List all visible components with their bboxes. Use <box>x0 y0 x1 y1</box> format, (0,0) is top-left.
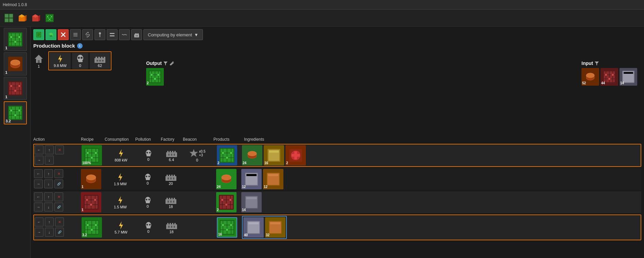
info-icon[interactable]: i <box>77 43 83 49</box>
svg-point-256 <box>146 224 148 226</box>
action-up-2[interactable]: ↑ <box>44 169 53 178</box>
row2-ing-2[interactable]: 12 <box>263 169 283 189</box>
row1-beacon-multiplier: x0.5 <box>199 150 206 153</box>
link-btn[interactable] <box>82 29 93 40</box>
action-close-3[interactable]: ✕ <box>54 192 63 201</box>
action-close-4[interactable]: ✕ <box>55 218 64 226</box>
factory-btn[interactable] <box>131 29 142 40</box>
svg-marker-82 <box>58 55 62 63</box>
svg-rect-74 <box>135 33 136 34</box>
input-section: Input 52 <box>581 61 637 86</box>
action-link-3[interactable]: 🔗 <box>54 203 63 211</box>
grid-toolbar-icon[interactable] <box>3 12 15 24</box>
output-filter-icon[interactable] <box>163 61 168 66</box>
svg-point-178 <box>86 175 96 180</box>
close-btn[interactable] <box>58 29 69 40</box>
svg-point-106 <box>151 74 153 76</box>
input-filter-icon[interactable] <box>594 61 599 66</box>
input-item-1-count: 52 <box>582 81 586 85</box>
computing-dropdown[interactable]: Computing by element ▼ <box>143 29 203 40</box>
row1-ing-1[interactable]: 24 <box>242 145 262 166</box>
table-row-4: ← ↑ ✕ → ↓ 🔗 <box>33 214 641 240</box>
sidebar-item-3[interactable]: 1 <box>4 77 27 100</box>
svg-rect-229 <box>170 201 172 203</box>
table-area: Action Recipe Consumption Pollution Fact… <box>33 137 641 242</box>
svg-rect-230 <box>173 201 174 203</box>
svg-point-182 <box>148 176 150 177</box>
action-left-2[interactable]: ← <box>34 169 43 178</box>
sidebar-item-1[interactable]: 1 <box>4 28 27 51</box>
output-section: Output <box>146 61 174 86</box>
svg-point-108 <box>157 74 159 76</box>
svg-rect-94 <box>104 57 105 58</box>
action-right-2[interactable]: → <box>34 179 43 188</box>
svg-point-62 <box>50 35 52 37</box>
row4-ing-1-count: 40 <box>244 233 248 237</box>
split-btn[interactable] <box>107 29 118 40</box>
row4-ing-1[interactable]: 40 <box>243 217 264 238</box>
action-down-3[interactable]: ↓ <box>44 203 53 211</box>
col-beacon-header: Beacon <box>183 137 213 142</box>
action-link-2[interactable]: 🔗 <box>54 179 63 188</box>
row2-recipe[interactable]: 1 <box>81 169 104 189</box>
sidebar-item-2[interactable]: 1 <box>4 52 27 75</box>
output-item-1[interactable]: 2 <box>146 68 164 86</box>
svg-rect-146 <box>167 151 169 152</box>
row3-recipe[interactable]: 1 <box>81 192 104 212</box>
action-link-4[interactable]: 🔗 <box>55 228 64 237</box>
pin-btn[interactable] <box>94 29 105 40</box>
svg-rect-225 <box>169 198 170 199</box>
row2-ing-1[interactable]: 12 <box>241 169 262 189</box>
red-cube-icon[interactable] <box>30 12 42 24</box>
sidebar-item-4[interactable]: 3.2 <box>4 101 27 124</box>
svg-rect-285 <box>270 222 280 224</box>
row2-product-1[interactable]: 24 <box>216 169 237 189</box>
action-left-1[interactable]: ← <box>35 145 43 154</box>
wave-btn[interactable] <box>119 29 130 40</box>
svg-point-217 <box>145 199 147 201</box>
svg-point-251 <box>87 224 89 226</box>
row4-product-1[interactable]: 16 <box>217 217 237 238</box>
input-item-1[interactable]: 52 <box>581 68 599 86</box>
list-btn[interactable] <box>70 29 81 40</box>
output-clear-icon[interactable] <box>169 61 174 66</box>
row1-consumption: 808 kW <box>106 149 136 162</box>
input-item-3[interactable]: 14 <box>620 68 637 86</box>
svg-point-43 <box>14 90 16 92</box>
action-close-2[interactable]: ✕ <box>54 169 63 178</box>
action-left-4[interactable]: ← <box>35 218 43 226</box>
action-up-3[interactable]: ↑ <box>44 192 53 201</box>
graduation-btn[interactable] <box>46 29 56 40</box>
pollution-value: 0 <box>79 64 81 68</box>
action-up-4[interactable]: ↑ <box>45 218 54 226</box>
row1-recipe[interactable]: 100% <box>82 145 105 166</box>
input-item-2[interactable]: 44 <box>601 68 618 86</box>
action-right-4[interactable]: → <box>35 228 43 237</box>
row3-ing-1[interactable]: 14 <box>241 192 262 212</box>
book-btn[interactable] <box>33 29 44 40</box>
row1-ing-3[interactable]: 2 <box>285 145 306 166</box>
row2-power: 1.9 MW <box>114 182 127 186</box>
svg-point-53 <box>14 114 16 116</box>
green-circuit-icon[interactable] <box>43 12 56 24</box>
action-down-4[interactable]: ↓ <box>45 228 54 237</box>
action-close-1[interactable]: ✕ <box>55 145 64 154</box>
action-left-3[interactable]: ← <box>34 192 43 201</box>
action-up-1[interactable]: ↑ <box>45 145 54 154</box>
row1-products: 2 <box>212 145 242 166</box>
row3-products: 2 <box>211 192 241 212</box>
row4-ing-2[interactable]: 32 <box>265 217 285 238</box>
action-right-3[interactable]: → <box>34 203 43 211</box>
svg-marker-179 <box>118 173 122 181</box>
orange-cube-icon[interactable] <box>16 12 29 24</box>
row1-product-1[interactable]: 2 <box>217 145 237 166</box>
svg-rect-224 <box>167 198 168 199</box>
col-factory-header: Factory <box>161 137 183 142</box>
row3-product-1[interactable]: 2 <box>216 192 237 212</box>
col-pollution-header: Pollution <box>135 137 161 142</box>
row4-recipe[interactable]: 3.2 <box>82 217 105 238</box>
action-down-2[interactable]: ↓ <box>44 179 53 188</box>
action-right-1[interactable]: → <box>35 156 43 165</box>
action-down-1[interactable]: ↓ <box>45 156 54 165</box>
row1-ing-2[interactable]: 16 <box>264 145 284 166</box>
